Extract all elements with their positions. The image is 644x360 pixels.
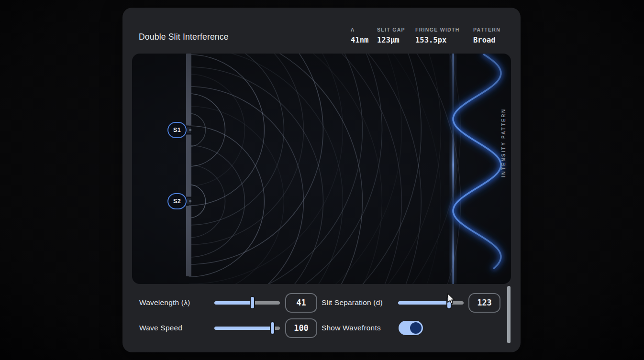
wave-speed-slider[interactable] <box>214 320 280 336</box>
show-wavefronts-toggle[interactable] <box>399 321 423 335</box>
stat-slit-gap-value: 123μm <box>377 36 405 44</box>
slit-separation-value-box[interactable]: 123 <box>468 293 500 313</box>
slit-separation-label: Slit Separation (d) <box>322 298 383 307</box>
stat-slit-gap-label: SLIT GAP <box>377 27 405 33</box>
wavelength-slider[interactable] <box>214 295 280 310</box>
wavefront-plot <box>132 54 511 284</box>
wave-speed-slider-thumb[interactable] <box>270 321 275 335</box>
intensity-pattern-axis-label: INTENSITY PATTERN <box>501 105 506 181</box>
stat-lambda-label: Λ <box>351 27 368 33</box>
wave-canvas: S1 S2 INTENSITY PATTERN <box>132 54 511 284</box>
stat-fringe-width-label: FRINGE WIDTH <box>415 27 460 33</box>
show-wavefronts-label: Show Wavefronts <box>322 324 381 332</box>
wavelength-slider-thumb[interactable] <box>250 296 255 309</box>
slit-s1-label: S1 <box>173 127 181 133</box>
wavelength-slider-fill <box>214 301 252 305</box>
slit-s2-badge: S2 <box>167 193 187 209</box>
wave-speed-slider-fill <box>214 327 273 330</box>
stat-lambda: Λ 41nm <box>351 27 368 44</box>
wavelength-value-box[interactable]: 41 <box>285 293 317 313</box>
wavelength-label: Wavelength (λ) <box>139 298 190 307</box>
stat-pattern: PATTERN Broad <box>473 27 500 44</box>
wave-speed-label: Wave Speed <box>139 324 182 332</box>
slit-s2-label: S2 <box>173 198 181 205</box>
scrollbar-thumb[interactable] <box>507 286 511 343</box>
stat-pattern-value: Broad <box>473 36 500 44</box>
slit-s1-badge: S1 <box>167 122 187 138</box>
slit-separation-slider-track[interactable] <box>398 301 464 305</box>
slit-separation-slider[interactable] <box>398 295 464 310</box>
stat-fringe-width: FRINGE WIDTH 153.5px <box>415 27 460 44</box>
page-title: Double Slit Interference <box>139 32 229 42</box>
show-wavefronts-toggle-knob <box>410 322 422 334</box>
wavelength-slider-track[interactable] <box>214 301 280 305</box>
stat-fringe-width-value: 153.5px <box>415 36 460 44</box>
wave-speed-value-box[interactable]: 100 <box>285 318 317 338</box>
slit-separation-slider-fill <box>398 301 449 305</box>
stat-pattern-label: PATTERN <box>473 27 500 33</box>
stat-lambda-value: 41nm <box>351 36 368 44</box>
slit-separation-value: 123 <box>477 298 492 307</box>
slit-separation-slider-thumb[interactable] <box>446 296 452 309</box>
stat-slit-gap: SLIT GAP 123μm <box>377 27 405 44</box>
wavelength-value: 41 <box>296 298 306 307</box>
wave-speed-value: 100 <box>294 323 309 333</box>
app-card: Double Slit Interference Λ 41nm SLIT GAP… <box>122 8 521 352</box>
